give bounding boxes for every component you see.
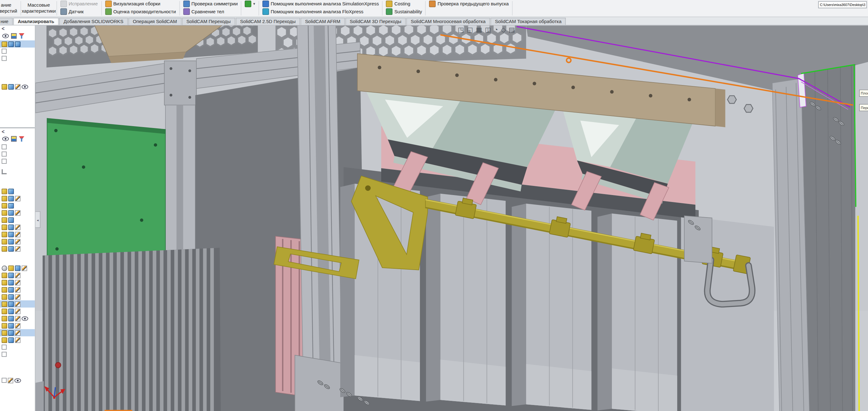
scene-icon[interactable]: ▤ — [509, 26, 515, 33]
sketch-icon — [15, 287, 21, 292]
heatsink-array[interactable] — [43, 248, 221, 411]
tree-row[interactable] — [0, 231, 35, 238]
tab-solidcam-operation[interactable]: Операция SolidCAM — [128, 18, 182, 25]
tree-row[interactable] — [0, 209, 35, 216]
mass-properties-button[interactable]: Массовыехарактеристики — [22, 0, 56, 17]
tab-solidcam-turning[interactable]: SolidCAM Токарная обработка — [491, 18, 566, 25]
part-icon — [2, 337, 7, 342]
tree-row[interactable] — [0, 272, 35, 279]
sustainability-button[interactable]: Sustainability — [383, 8, 425, 15]
tree-row[interactable] — [0, 188, 35, 195]
eye-icon[interactable] — [2, 136, 9, 141]
tree-row[interactable] — [0, 279, 35, 286]
tree-collapse-button[interactable]: < — [0, 128, 35, 135]
tree-row[interactable] — [0, 322, 35, 329]
part-icon — [2, 239, 7, 244]
simulationxpress-button[interactable]: Помощник выполнения анализа SimulationXp… — [259, 0, 382, 8]
tree-row[interactable] — [0, 308, 35, 315]
view-orientation-icon[interactable]: ▦ — [476, 26, 482, 33]
feature-icon — [2, 345, 7, 350]
tree-row[interactable] — [0, 344, 35, 351]
costing-button[interactable]: Costing — [383, 0, 425, 8]
part-icon — [2, 246, 7, 251]
part-icon — [2, 188, 7, 194]
3d-model-canvas[interactable] — [35, 25, 868, 411]
sketch-icon — [15, 210, 21, 215]
feature-tree-panel: << — [0, 25, 35, 411]
performance-evaluation-button[interactable]: Оценка производительности — [102, 8, 179, 15]
viewport-3d[interactable]: ◳◱▦◫◔◇▤ ◂ Площ Пери — [35, 25, 868, 411]
tree-row[interactable] — [0, 143, 35, 151]
tree-row[interactable] — [0, 286, 35, 293]
tree-row[interactable] — [0, 337, 35, 344]
bottom-left-beam[interactable] — [35, 381, 44, 411]
costing-icon — [386, 1, 393, 7]
component-icon — [8, 323, 14, 328]
floxpress-button[interactable]: Помощник выполнения анализа FloXpress — [259, 8, 382, 15]
tree-row[interactable] — [0, 40, 35, 48]
tree-row[interactable] — [0, 151, 35, 158]
tree-row[interactable] — [0, 202, 35, 209]
sensor-icon — [60, 8, 67, 15]
display-pane-icon[interactable] — [11, 136, 17, 141]
previous-release-check-label: Проверка предыдущего выпуска — [438, 1, 509, 6]
eye-icon[interactable] — [2, 34, 9, 38]
tree-row[interactable] — [0, 223, 35, 231]
tab-solidcam-multiaxis[interactable]: SolidCAM Многоосевая обработка — [406, 18, 490, 25]
part-icon — [2, 224, 7, 229]
hide-show-icon[interactable]: ◔ — [494, 26, 498, 33]
filter-icon[interactable] — [19, 136, 25, 141]
sensor-button[interactable]: Датчик — [58, 8, 100, 15]
tree-row[interactable] — [0, 158, 35, 165]
pcb-board[interactable] — [47, 118, 165, 273]
tree-row[interactable] — [0, 315, 35, 322]
part-icon — [2, 330, 7, 336]
section-view-icon[interactable]: ◱ — [467, 26, 473, 33]
display-style-icon[interactable]: ◫ — [485, 26, 491, 33]
tree-row[interactable] — [0, 55, 35, 62]
component-icon — [8, 246, 14, 251]
tab-solidworks-addins[interactable]: Добавления SOLIDWORKS — [59, 18, 128, 25]
tab-solidcam-3d[interactable]: SolidCAM 3D Переходы — [345, 18, 406, 25]
appearances-icon[interactable]: ◇ — [501, 26, 506, 33]
tab-partial[interactable]: ние — [0, 18, 13, 25]
component-icon — [8, 203, 14, 208]
document-path-input[interactable] — [818, 1, 867, 8]
tree-row[interactable] — [0, 293, 35, 301]
zoom-fit-icon[interactable]: ◳ — [458, 26, 464, 33]
tree-row[interactable] — [0, 195, 35, 202]
tab-analyze[interactable]: Анализировать — [13, 18, 59, 25]
tab-solidcam-transitions[interactable]: SolidCAM Переходы — [182, 18, 235, 25]
compare-bodies-button[interactable]: Сравнение тел — [180, 8, 240, 15]
part-icon — [2, 280, 7, 285]
mass-properties-label: характеристики — [22, 8, 56, 14]
tree-row[interactable] — [0, 264, 35, 272]
display-pane-icon[interactable] — [11, 33, 17, 38]
tree-row[interactable] — [0, 245, 35, 252]
tree-row[interactable] — [0, 351, 35, 358]
tree-row[interactable] — [0, 301, 35, 308]
repair-button[interactable]: Исправление — [58, 0, 100, 8]
part-icon — [2, 287, 7, 292]
origin-icon — [2, 169, 7, 174]
hole-alignment-button[interactable]: аниеотверстий — [0, 0, 20, 17]
sketch-icon — [15, 301, 21, 307]
part-icon — [2, 41, 7, 46]
tree-row[interactable] — [0, 216, 35, 223]
tab-solidcam-25d[interactable]: SolidCAM 2.5D Переходы — [236, 18, 300, 25]
previous-release-check-button[interactable]: Проверка предыдущего выпуска — [427, 0, 512, 8]
tree-row[interactable] — [0, 238, 35, 245]
filter-icon[interactable] — [19, 33, 25, 38]
tree-row[interactable] — [0, 168, 35, 176]
symmetry-check-button[interactable]: Проверка симметрии — [180, 0, 240, 8]
part-icon — [8, 265, 14, 271]
tree-row[interactable] — [0, 83, 35, 90]
tree-row[interactable] — [0, 377, 35, 384]
tree-row[interactable] — [0, 329, 35, 337]
tree-collapse-button[interactable]: < — [0, 25, 35, 32]
flow-tools-button[interactable]: ▾ — [242, 0, 258, 8]
panel-splitter-handle[interactable]: ◂ — [35, 211, 40, 228]
tree-row[interactable] — [0, 48, 35, 55]
assembly-visualization-button[interactable]: Визуализация сборки — [102, 0, 179, 8]
tab-solidcam-afrm[interactable]: SolidCAM AFRM — [301, 18, 345, 25]
